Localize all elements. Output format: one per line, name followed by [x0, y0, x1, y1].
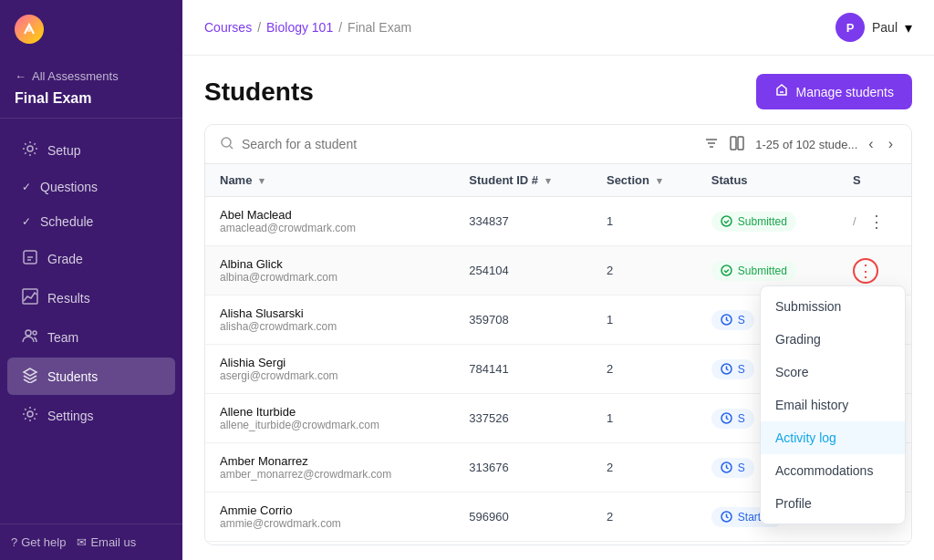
- dropdown-item-accommodations[interactable]: Accommodations: [761, 454, 905, 487]
- svg-rect-9: [738, 137, 743, 150]
- sidebar-item-team[interactable]: Team: [7, 318, 175, 356]
- search-box: [220, 136, 424, 153]
- sidebar-item-setup[interactable]: Setup: [7, 131, 175, 169]
- row-actions: ⋮ Submission Grading Score Email history…: [853, 258, 897, 284]
- student-name-cell: Alishia Sergi asergi@crowdmark.com: [205, 345, 454, 394]
- columns-icon[interactable]: [730, 136, 744, 153]
- setup-icon: [22, 140, 38, 160]
- student-name-cell: Albina Glick albina@crowdmark.com: [205, 246, 454, 296]
- status-badge: Submitted: [711, 261, 796, 281]
- col-section[interactable]: Section ▾: [592, 164, 697, 197]
- table-header: Name ▾ Student ID # ▾ Section ▾ Status S: [205, 164, 911, 197]
- dropdown-item-profile[interactable]: Profile: [761, 487, 905, 520]
- status-badge: S: [711, 458, 754, 478]
- page-title: Students: [204, 78, 314, 107]
- manage-icon: [774, 83, 789, 100]
- manage-students-button[interactable]: Manage students: [756, 74, 912, 109]
- sidebar-item-students[interactable]: Students: [7, 358, 175, 395]
- sidebar-item-settings[interactable]: Settings: [7, 397, 175, 434]
- svg-point-11: [721, 265, 732, 275]
- svg-point-10: [721, 216, 732, 226]
- student-name-cell: Allene Iturbide allene_iturbide@crowdmar…: [205, 394, 454, 443]
- back-arrow-icon: ←: [15, 69, 26, 83]
- svg-point-0: [26, 26, 32, 32]
- back-to-assessments[interactable]: ← All Assessments: [15, 69, 168, 83]
- col-status: Status: [697, 164, 838, 197]
- breadcrumb-courses[interactable]: Courses: [204, 20, 252, 35]
- breadcrumb-sep2: /: [338, 20, 342, 35]
- status-badge: S: [711, 359, 754, 379]
- sidebar-item-schedule[interactable]: ✓ Schedule: [7, 205, 175, 238]
- table-toolbar: 1-25 of 102 stude... ‹ ›: [205, 125, 911, 164]
- breadcrumb-course[interactable]: Biology 101: [266, 20, 333, 35]
- student-name-cell: Ammie Corrio ammie@crowdmark.com: [205, 493, 454, 542]
- data-table: Name ▾ Student ID # ▾ Section ▾ Status S…: [205, 164, 911, 542]
- logo-area: [0, 0, 182, 58]
- sidebar-nav: Setup ✓ Questions ✓ Schedule Grade: [0, 119, 182, 524]
- email-us-link[interactable]: ✉ Email us: [77, 535, 136, 549]
- search-input[interactable]: [242, 137, 424, 151]
- students-label: Students: [47, 369, 98, 384]
- svg-rect-3: [23, 289, 37, 304]
- pagination-text: 1-25 of 102 stude...: [755, 138, 857, 151]
- user-avatar: P: [835, 13, 865, 42]
- setup-label: Setup: [47, 143, 81, 158]
- app-logo: [15, 15, 44, 44]
- assessment-title: Final Exam: [15, 90, 168, 107]
- table-body: Abel Maclead amaclead@crowdmark.com 3348…: [205, 197, 911, 542]
- row-more-button-active[interactable]: ⋮: [853, 258, 878, 284]
- dropdown-item-grading[interactable]: Grading: [761, 323, 905, 356]
- team-icon: [22, 327, 38, 347]
- next-page-button[interactable]: ›: [885, 134, 897, 154]
- status-badge: S: [711, 310, 754, 330]
- col-student-id[interactable]: Student ID # ▾: [454, 164, 592, 197]
- grade-icon: [22, 249, 38, 268]
- settings-label: Settings: [47, 409, 94, 423]
- toolbar-right: 1-25 of 102 stude... ‹ ›: [704, 134, 897, 154]
- page-header: Students Manage students: [182, 56, 934, 124]
- pagination: 1-25 of 102 stude... ‹ ›: [755, 134, 897, 154]
- table-row: Abel Maclead amaclead@crowdmark.com 3348…: [205, 197, 911, 246]
- assessment-nav: ← All Assessments Final Exam: [0, 58, 182, 119]
- svg-point-1: [27, 146, 33, 151]
- dropdown-item-activity-log[interactable]: Activity log: [761, 421, 905, 454]
- students-table: Name ▾ Student ID # ▾ Section ▾ Status S…: [205, 164, 911, 544]
- col-actions: S: [838, 164, 911, 197]
- dropdown-item-score[interactable]: Score: [761, 356, 905, 389]
- breadcrumb-page: Final Exam: [348, 20, 411, 35]
- get-help-link[interactable]: ? Get help: [11, 535, 66, 549]
- row-actions: / ⋮: [853, 209, 897, 234]
- sidebar-item-questions[interactable]: ✓ Questions: [7, 171, 175, 203]
- results-label: Results: [47, 291, 90, 306]
- sidebar-item-results[interactable]: Results: [7, 279, 175, 316]
- breadcrumb: Courses / Biology 101 / Final Exam: [204, 20, 411, 35]
- status-badge: Submitted: [711, 212, 796, 232]
- svg-point-4: [26, 330, 31, 336]
- settings-icon: [22, 406, 38, 425]
- dropdown-item-submission[interactable]: Submission: [761, 290, 905, 323]
- status-badge: S: [711, 409, 754, 429]
- schedule-label: Schedule: [40, 214, 93, 229]
- student-name-cell: Amber Monarrez amber_monarrez@crowdmark.…: [205, 443, 454, 493]
- sidebar-item-grade[interactable]: Grade: [7, 240, 175, 277]
- prev-page-button[interactable]: ‹: [865, 134, 877, 154]
- results-icon: [22, 288, 38, 307]
- table-row: Albina Glick albina@crowdmark.com 254104…: [205, 246, 911, 296]
- questions-check-icon: ✓: [22, 181, 31, 193]
- students-table-container: 1-25 of 102 stude... ‹ › Name ▾ Student …: [204, 124, 912, 545]
- help-icon: ?: [11, 535, 17, 549]
- filter-icon[interactable]: [704, 136, 719, 153]
- schedule-check-icon: ✓: [22, 215, 31, 228]
- dropdown-item-email-history[interactable]: Email history: [761, 389, 905, 421]
- email-icon: ✉: [77, 535, 87, 549]
- main-content: Courses / Biology 101 / Final Exam P Pau…: [182, 0, 934, 560]
- topbar: Courses / Biology 101 / Final Exam P Pau…: [182, 0, 934, 56]
- user-name: Paul: [872, 20, 898, 35]
- grade-label: Grade: [47, 252, 83, 266]
- row-more-button[interactable]: ⋮: [864, 209, 889, 234]
- user-menu[interactable]: P Paul ▾: [835, 13, 912, 42]
- col-name[interactable]: Name ▾: [205, 164, 454, 197]
- students-icon: [22, 367, 38, 386]
- team-label: Team: [47, 330, 78, 345]
- search-icon: [220, 136, 234, 153]
